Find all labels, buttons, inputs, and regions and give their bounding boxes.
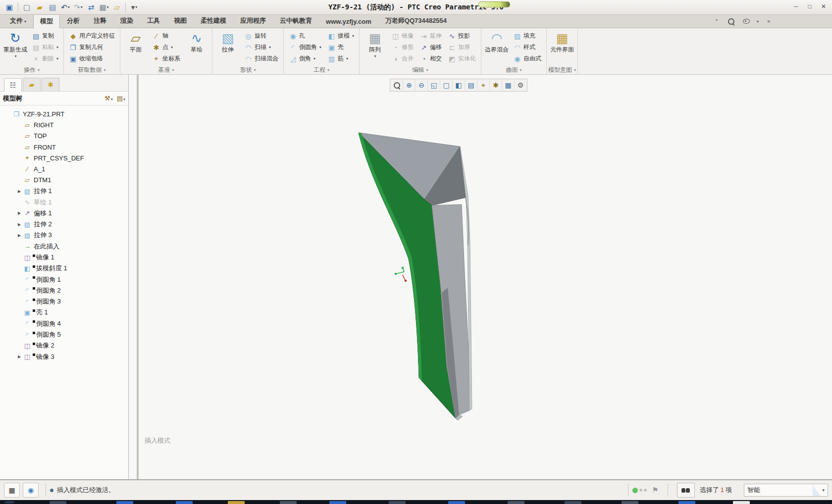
hole-button[interactable]: ◉ 孔 ▾ xyxy=(286,30,324,42)
thicken-button[interactable]: ⊏ 加厚 ▾ xyxy=(445,42,478,53)
display-options-button[interactable] xyxy=(741,17,751,26)
model-3d[interactable] xyxy=(139,75,832,479)
fill-button[interactable]: ▨ 填充 ▾ xyxy=(511,30,544,42)
repaint-button[interactable]: ▢ xyxy=(440,80,453,91)
intersect-button[interactable]: ◔ 相交 ▾ xyxy=(417,53,444,64)
tree-item-拉伸-1[interactable]: ▶ ▧ 拉伸 1 xyxy=(0,186,128,197)
round-button[interactable]: ◜ 倒圆角 ▾ xyxy=(286,42,324,53)
regenerate-button[interactable]: ↻ 重新生成 ▾ xyxy=(2,30,28,66)
find-button[interactable] xyxy=(677,483,695,498)
swept-blend-button[interactable]: ◠ 扫描混合 ▾ xyxy=(242,53,281,64)
refit-button[interactable]: ◱ xyxy=(428,80,440,91)
tree-item-YZF-9-21.PRT[interactable]: ❒ YZF-9-21.PRT xyxy=(0,108,128,119)
close-button[interactable]: × xyxy=(764,17,774,26)
tree-item-拔模斜度-1[interactable]: ◧ 拔模斜度 1 xyxy=(0,263,128,274)
chamfer-button[interactable]: ◿ 倒角 ▾ xyxy=(286,53,324,64)
expand-arrow-icon[interactable]: ▶ xyxy=(16,211,23,215)
trim-button[interactable]: ◔ 修剪 ▾ xyxy=(389,42,416,53)
datum-csys-button[interactable]: ⌖ 坐标系 ▾ xyxy=(150,53,183,64)
folder-browser-tab[interactable]: ▰ xyxy=(23,78,41,91)
model-tree-tab[interactable]: ☷ xyxy=(4,78,22,92)
search-button[interactable] xyxy=(727,17,736,26)
tree-item-拉伸-3[interactable]: ▶ ▧ 拉伸 3 xyxy=(0,230,128,241)
component-interface-button[interactable]: ▦ 元件界面 ▾ xyxy=(549,30,575,66)
tree-item-壳-1[interactable]: ▣ 壳 1 xyxy=(0,307,128,318)
tree-item-镜像-3[interactable]: ▶ ◫ 镜像 3 xyxy=(0,352,128,362)
tree-item-FRONT[interactable]: ▱ FRONT xyxy=(0,142,128,152)
undo-button[interactable]: ↶▾ xyxy=(59,1,72,13)
annotation-display-button[interactable]: ✱ xyxy=(490,80,502,91)
tab-云中帆教育[interactable]: 云中帆教育▾ xyxy=(273,14,319,28)
open-file-button[interactable]: ▰▾ xyxy=(33,1,46,13)
merge-button[interactable]: ◑ 合并 ▾ xyxy=(389,53,416,64)
tab-应用程序[interactable]: 应用程序▾ xyxy=(233,14,273,28)
minimize-button[interactable]: ─ xyxy=(790,2,801,11)
close-window-button[interactable]: ▱▾ xyxy=(110,1,123,13)
view-manager-button[interactable]: ▦ xyxy=(502,80,515,91)
tab-柔性建模[interactable]: 柔性建模▾ xyxy=(194,14,233,28)
app-menu-button[interactable]: ▣▾ xyxy=(3,1,16,13)
tree-item-倒圆角-4[interactable]: ◜ 倒圆角 4 xyxy=(0,318,128,329)
expand-arrow-icon[interactable]: ▶ xyxy=(16,222,23,227)
shell-button[interactable]: ▣ 壳 ▾ xyxy=(325,42,357,53)
new-file-button[interactable]: ▢▾ xyxy=(20,1,33,13)
tab-万老师QQ734482554[interactable]: 万老师QQ734482554▾ xyxy=(378,14,454,28)
expand-arrow-icon[interactable]: ▶ xyxy=(16,233,23,238)
tree-item-镜像-2[interactable]: ◫ 镜像 2 xyxy=(0,340,128,351)
tab-注释[interactable]: 注释▾ xyxy=(87,14,113,28)
pattern-button[interactable]: ▦ 阵列 ▾ xyxy=(362,30,388,66)
selection-filter-dropdown[interactable]: 智能 ▾ xyxy=(744,484,828,497)
offset-button[interactable]: ↗ 偏移 ▾ xyxy=(417,42,444,53)
close-button[interactable]: ✕ xyxy=(818,2,829,11)
paste-button[interactable]: ▤ 粘贴 ▾ xyxy=(29,42,61,53)
solidify-button[interactable]: ◩ 实体化 ▾ xyxy=(445,53,478,64)
display-style-button[interactable]: ◧ xyxy=(453,80,465,91)
sketch-button[interactable]: ∿ 草绘 ▾ xyxy=(184,30,209,66)
rib-button[interactable]: ▥ 筋 ▾ xyxy=(325,53,357,64)
maximize-button[interactable]: □ xyxy=(804,2,815,11)
tree-item-倒圆角-2[interactable]: ◜ 倒圆角 2 xyxy=(0,285,128,296)
graphics-viewport[interactable]: ⊕⊖◱▢◧▤⌖✱▦⚙ 插入模式 xyxy=(139,75,832,479)
toggle-navigator-button[interactable]: ▦ xyxy=(4,483,20,498)
tree-filters-icon[interactable]: ⚒▾ xyxy=(104,95,113,102)
revolve-button[interactable]: ◎ 旋转 ▾ xyxy=(242,30,281,42)
tree-item-TOP[interactable]: ▱ TOP xyxy=(0,131,128,142)
ribbon-group-label[interactable]: 曲面▾ xyxy=(481,66,546,74)
tab-文件[interactable]: 文件▾ xyxy=(3,14,33,28)
datum-axis-button[interactable]: ∕ 轴 ▾ xyxy=(150,30,183,42)
copy-button[interactable]: ▤ 复制 ▾ xyxy=(29,30,61,42)
extrude-button[interactable]: ▧ 拉伸 ▾ xyxy=(215,30,241,66)
expand-arrow-icon[interactable]: ▶ xyxy=(16,354,23,359)
style-button[interactable]: ◠ 样式 ▾ xyxy=(511,42,544,53)
zoom-in-button[interactable]: ⊕ xyxy=(403,80,416,91)
draft-button[interactable]: ◧ 拔模 ▾ xyxy=(325,30,357,42)
minimize-ribbon-button[interactable]: ⌃ xyxy=(712,17,722,26)
tree-item-RIGHT[interactable]: ▱ RIGHT xyxy=(0,119,128,130)
tree-item-倒圆角-3[interactable]: ◜ 倒圆角 3 xyxy=(0,296,128,307)
project-button[interactable]: ∿ 投影 ▾ xyxy=(445,30,478,42)
expand-arrow-icon[interactable]: ▶ xyxy=(16,189,23,194)
tab-渲染[interactable]: 渲染▾ xyxy=(113,14,140,28)
ribbon-group-label[interactable]: 形状▾ xyxy=(212,66,283,74)
window-switch-button[interactable]: ▦▾ xyxy=(98,1,110,13)
tree-item-拉伸-2[interactable]: ▶ ▧ 拉伸 2 xyxy=(0,219,128,230)
tree-item-倒圆角-5[interactable]: ◜ 倒圆角 5 xyxy=(0,329,128,340)
save-file-button[interactable]: ▤▾ xyxy=(46,1,59,13)
datum-plane-button[interactable]: ▱ 平面 ▾ xyxy=(123,30,149,66)
zoom-window-button[interactable] xyxy=(391,80,403,91)
tree-item-偏移-1[interactable]: ▶ ↗ 偏移 1 xyxy=(0,208,128,219)
favorites-tab[interactable]: ✱ xyxy=(42,78,59,91)
ribbon-group-label[interactable]: 工程▾ xyxy=(284,66,359,74)
udf-button[interactable]: ◆ 用户定义特征 ▾ xyxy=(66,30,117,42)
tree-item-镜像-1[interactable]: ◫ 镜像 1 xyxy=(0,252,128,263)
ribbon-group-label[interactable]: 编辑▾ xyxy=(360,66,481,74)
ribbon-group-label[interactable]: 模型意图▾ xyxy=(547,66,577,74)
model-regenerate-button[interactable]: ⇄▾ xyxy=(85,1,98,13)
tab-工具[interactable]: 工具▾ xyxy=(140,14,167,28)
copy-geometry-button[interactable]: ❐ 复制几何 ▾ xyxy=(66,42,117,53)
regeneration-status-icon[interactable] xyxy=(632,488,638,493)
graphics-options-button[interactable]: ⚙ xyxy=(515,80,526,91)
windows-taskbar[interactable] xyxy=(0,500,832,504)
extend-button[interactable]: ⇥ 延伸 ▾ xyxy=(417,30,444,42)
datum-display-filters-button[interactable]: ⌖ xyxy=(477,80,490,91)
